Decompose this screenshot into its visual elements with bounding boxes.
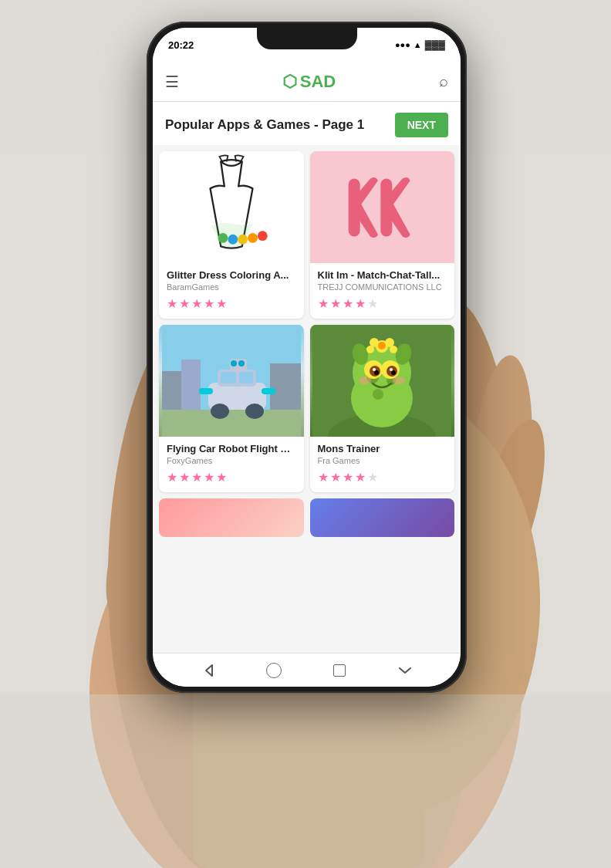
app-logo: ⬡ SAD [282,72,336,92]
star-5: ★ [216,296,227,311]
phone-screen-container: 20:22 ●●● ▲ ▓▓▓ ☰ ⬡ SAD ⌕ [153,28,461,687]
app-developer-glitter-dress: BaramGames [167,282,296,292]
star-5: ★ [367,470,378,485]
app-card-flying-car[interactable]: Flying Car Robot Flight D... FoxyGames ★… [159,325,304,492]
svg-point-35 [238,360,245,366]
app-screen: 20:22 ●●● ▲ ▓▓▓ ☰ ⬡ SAD ⌕ [153,28,461,687]
page-title: Popular Apps & Games - Page 1 [165,117,386,133]
app-developer-flying-car: FoxyGames [167,456,296,465]
partial-card-2 [310,498,455,537]
app-rating-flying-car: ★ ★ ★ ★ ★ [167,470,296,485]
battery-icon: ▓▓▓ [425,39,445,50]
recents-square-icon [333,664,346,677]
star-4: ★ [204,470,214,485]
phone-notch [257,28,357,49]
svg-point-16 [248,233,258,243]
svg-point-57 [390,346,397,353]
app-info-glitter-dress: Glitter Dress Coloring A... BaramGames ★… [159,263,304,319]
signal-icon: ●●● [395,40,410,49]
app-icon-klit-im [310,151,455,263]
partial-bottom-row [153,498,461,543]
app-name-flying-car: Flying Car Robot Flight D... [167,443,296,454]
app-icon-glitter-dress [159,151,304,263]
nav-down-button[interactable] [397,662,414,679]
back-icon [201,664,215,677]
app-info-flying-car: Flying Car Robot Flight D... FoxyGames ★… [159,437,304,492]
svg-point-30 [245,404,264,419]
svg-point-50 [390,368,393,371]
svg-point-56 [366,346,374,353]
star-1: ★ [167,296,177,311]
svg-marker-61 [206,665,212,676]
nav-recents-button[interactable] [331,662,348,679]
star-5: ★ [216,470,227,485]
star-2: ★ [179,470,190,485]
app-name-klit-im: Klit Im - Match-Chat-Tall... [318,269,447,281]
star-1: ★ [167,470,177,485]
wifi-icon: ▲ [414,40,422,49]
star-3: ★ [343,296,353,311]
svg-point-59 [359,377,371,384]
app-rating-klit-im: ★ ★ ★ ★ ★ [318,296,447,311]
dress-svg [189,154,274,261]
partial-card-1 [159,498,304,537]
background: 20:22 ●●● ▲ ▓▓▓ ☰ ⬡ SAD ⌕ [0,0,611,868]
star-5: ★ [367,296,378,311]
search-icon[interactable]: ⌕ [439,73,448,90]
klit-logo-svg [343,169,420,246]
app-icon-mons-trainer [310,325,455,437]
status-icons: ●●● ▲ ▓▓▓ [395,39,445,50]
star-4: ★ [204,296,214,311]
app-name-mons-trainer: Mons Trainer [318,443,447,454]
app-info-mons-trainer: Mons Trainer Fra Games ★ ★ ★ ★ ★ [310,437,455,492]
next-page-button[interactable]: NEXT [395,113,448,137]
svg-rect-12 [0,694,611,868]
star-3: ★ [191,470,202,485]
page-header: Popular Apps & Games - Page 1 NEXT [153,102,461,145]
app-developer-mons-trainer: Fra Games [318,456,447,465]
svg-rect-31 [199,388,213,394]
bottom-nav [153,653,461,687]
app-card-glitter-dress[interactable]: Glitter Dress Coloring A... BaramGames ★… [159,151,304,319]
star-2: ★ [330,296,341,311]
chevron-down-icon [398,667,412,674]
star-4: ★ [355,470,366,485]
star-2: ★ [179,296,190,311]
nav-home-button[interactable] [265,662,282,679]
main-content: Popular Apps & Games - Page 1 NEXT [153,102,461,653]
app-name: SAD [300,72,336,92]
android-icon: ⬡ [282,72,297,92]
app-card-klit-im[interactable]: Klit Im - Match-Chat-Tall... TREJJ COMMU… [310,151,455,319]
svg-point-47 [374,370,379,375]
star-3: ★ [343,470,353,485]
svg-point-17 [258,231,268,241]
apps-grid: Glitter Dress Coloring A... BaramGames ★… [153,145,461,498]
app-rating-glitter-dress: ★ ★ ★ ★ ★ [167,296,296,311]
app-toolbar: ☰ ⬡ SAD ⌕ [153,62,461,102]
star-1: ★ [318,296,329,311]
app-rating-mons-trainer: ★ ★ ★ ★ ★ [318,470,447,485]
app-icon-flying-car [159,325,304,437]
svg-rect-24 [162,410,301,437]
svg-point-48 [391,370,396,375]
svg-point-49 [373,368,376,371]
app-name-glitter-dress: Glitter Dress Coloring A... [167,269,296,281]
svg-point-34 [231,360,237,366]
star-4: ★ [355,296,366,311]
hamburger-menu-icon[interactable]: ☰ [165,73,179,91]
svg-point-58 [378,342,386,350]
svg-rect-27 [221,372,236,383]
svg-rect-28 [239,372,253,383]
home-circle-icon [266,663,282,678]
nav-back-button[interactable] [200,662,217,679]
star-2: ★ [330,470,341,485]
svg-point-29 [211,404,229,419]
status-time: 20:22 [168,39,194,51]
app-developer-klit-im: TREJJ COMMUNICATIONS LLC [318,282,447,292]
star-3: ★ [191,296,202,311]
svg-point-42 [373,389,383,400]
app-card-mons-trainer[interactable]: Mons Trainer Fra Games ★ ★ ★ ★ ★ [310,325,455,492]
svg-point-60 [393,377,405,384]
phone-frame: 20:22 ●●● ▲ ▓▓▓ ☰ ⬡ SAD ⌕ [147,22,467,693]
flying-car-svg [162,325,301,437]
